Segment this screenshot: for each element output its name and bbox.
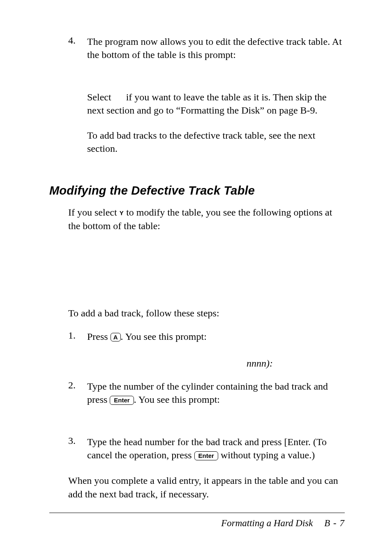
- sub-item-3: 3. Type the head number for the bad trac…: [68, 435, 345, 466]
- footer-page-number: B - 7: [324, 518, 345, 528]
- footer-rule: [49, 513, 345, 513]
- list-number: 4.: [68, 35, 79, 66]
- sub1-text: Press A. You see this prompt:: [87, 330, 345, 343]
- intro-pre: If you select: [68, 207, 120, 218]
- closing-paragraph: When you complete a valid entry, it appe…: [68, 474, 345, 501]
- sub2-post: . You see this prompt:: [134, 394, 220, 405]
- sub2-text: Type the number of the cylinder containi…: [87, 380, 345, 406]
- add-bad-intro: To add a bad track, follow these steps:: [68, 307, 345, 320]
- ordered-item-4: 4. The program now allows you to edit th…: [68, 35, 345, 66]
- key-y-inline: Y: [120, 209, 124, 216]
- list-number: 3.: [68, 435, 79, 466]
- sub-item-2: 2. Type the number of the cylinder conta…: [68, 380, 345, 411]
- sub1-pre: Press: [87, 331, 111, 342]
- key-A: A: [111, 333, 121, 342]
- select-pre: Select: [87, 92, 111, 102]
- intro-paragraph: If you select Y to modify the table, you…: [68, 206, 345, 232]
- sub3-post: without typing a value.): [218, 450, 315, 460]
- step4-followup-1: Select if you want to leave the table as…: [87, 91, 345, 117]
- list-number: 1.: [68, 330, 79, 347]
- key-enter: Enter: [194, 451, 218, 460]
- sub1-post: . You see this prompt:: [121, 331, 207, 342]
- key-enter: Enter: [110, 396, 134, 405]
- sub3-text: Type the head number for the bad track a…: [87, 435, 345, 462]
- step4-text: The program now allows you to edit the d…: [87, 35, 345, 62]
- section-heading: Modifying the Defective Track Table: [49, 184, 345, 197]
- sub-item-1: 1. Press A. You see this prompt:: [68, 330, 345, 347]
- page-content: 4. The program now allows you to edit th…: [49, 35, 345, 530]
- nnnn-placeholder: nnnn):: [247, 358, 273, 369]
- step4-followup-2: To add bad tracks to the defective track…: [87, 129, 345, 156]
- list-number: 2.: [68, 380, 79, 411]
- footer-title: Formatting a Hard Disk: [221, 518, 313, 528]
- page-footer: Formatting a Hard Disk B - 7: [49, 513, 345, 529]
